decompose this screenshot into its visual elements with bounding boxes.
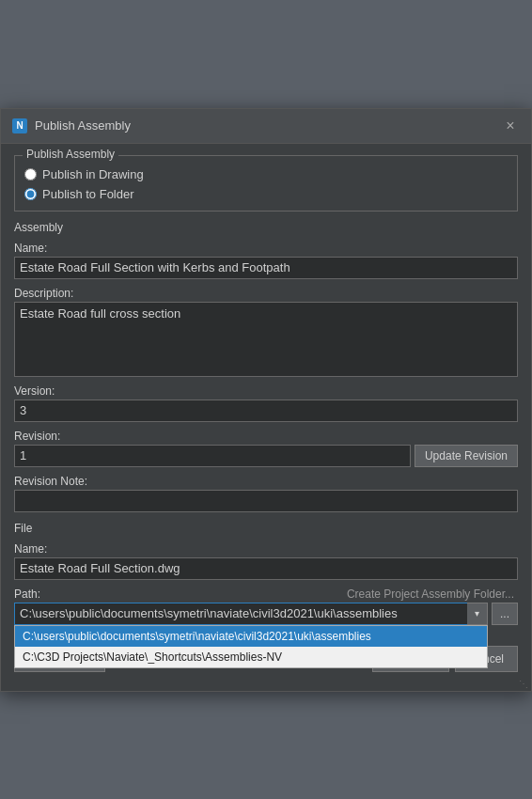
path-dropdown-row: ▾ C:\users\public\documents\symetri\navi… — [14, 603, 518, 625]
publish-in-drawing-radio[interactable] — [24, 168, 37, 180]
path-label: Path: — [14, 588, 40, 601]
publish-to-folder-label: Publish to Folder — [42, 187, 134, 201]
browse-button[interactable]: ... — [492, 603, 518, 625]
dropdown-option-1[interactable]: C:\users\public\documents\symetri\naviat… — [15, 626, 487, 647]
resize-handle[interactable]: ⋱ — [1, 682, 531, 691]
revision-label: Revision: — [14, 430, 518, 443]
dialog-content: Publish Assembly Publish in Drawing Publ… — [1, 144, 531, 636]
publish-to-folder-radio[interactable] — [24, 188, 37, 200]
path-input[interactable] — [14, 603, 488, 625]
update-revision-button[interactable]: Update Revision — [415, 445, 518, 467]
file-name-label: Name: — [14, 542, 518, 556]
version-field-group: Version: — [14, 384, 518, 422]
description-label: Description: — [14, 287, 518, 300]
revision-field-group: Revision: Update Revision — [14, 430, 518, 467]
dropdown-arrow-icon[interactable]: ▾ — [467, 603, 488, 625]
revision-note-input[interactable] — [14, 490, 518, 512]
name-input[interactable] — [14, 257, 518, 279]
version-input[interactable] — [14, 400, 518, 422]
create-project-folder-button[interactable]: Create Project Assembly Folder... — [343, 588, 518, 601]
revision-input[interactable] — [14, 445, 411, 467]
file-name-field-group: Name: — [14, 542, 518, 580]
revision-note-field-group: Revision Note: — [14, 475, 518, 512]
publish-assembly-group-label: Publish Assembly — [23, 148, 118, 161]
name-label: Name: — [14, 242, 518, 255]
path-row: Path: Create Project Assembly Folder... — [14, 588, 518, 601]
file-section-title: File — [14, 522, 518, 535]
resize-icon: ⋱ — [519, 680, 528, 689]
publish-in-drawing-option[interactable]: Publish in Drawing — [24, 167, 508, 181]
file-name-input[interactable] — [14, 557, 518, 580]
dialog-title: Publish Assembly — [35, 118, 131, 133]
path-dropdown-list: C:\users\public\documents\symetri\naviat… — [14, 625, 488, 668]
publish-to-folder-option[interactable]: Publish to Folder — [24, 187, 508, 201]
publish-assembly-group: Publish Assembly Publish in Drawing Publ… — [14, 155, 518, 212]
app-icon: N — [12, 118, 27, 133]
revision-note-label: Revision Note: — [14, 475, 518, 488]
description-input[interactable]: Estate Road full cross section — [14, 302, 518, 377]
publish-in-drawing-label: Publish in Drawing — [42, 167, 144, 181]
title-bar: N Publish Assembly × — [1, 109, 531, 144]
path-field-group: Path: Create Project Assembly Folder... … — [14, 588, 518, 625]
assembly-section-title: Assembly — [14, 221, 518, 234]
title-bar-left: N Publish Assembly — [12, 118, 131, 133]
publish-radio-group: Publish in Drawing Publish to Folder — [24, 164, 508, 201]
version-label: Version: — [14, 384, 518, 398]
revision-row: Update Revision — [14, 445, 518, 467]
close-button[interactable]: × — [501, 117, 520, 135]
publish-assembly-dialog: N Publish Assembly × Publish Assembly Pu… — [0, 108, 532, 692]
description-field-group: Description: Estate Road full cross sect… — [14, 287, 518, 377]
name-field-group: Name: — [14, 242, 518, 279]
path-dropdown-container: ▾ C:\users\public\documents\symetri\navi… — [14, 603, 488, 625]
dropdown-option-2[interactable]: C:\C3D Projects\Naviate\_Shortcuts\Assem… — [15, 647, 487, 667]
file-section: File Name: Path: Create Project Assembly… — [14, 522, 518, 625]
assembly-section: Assembly Name: Description: Estate Road … — [14, 221, 518, 512]
